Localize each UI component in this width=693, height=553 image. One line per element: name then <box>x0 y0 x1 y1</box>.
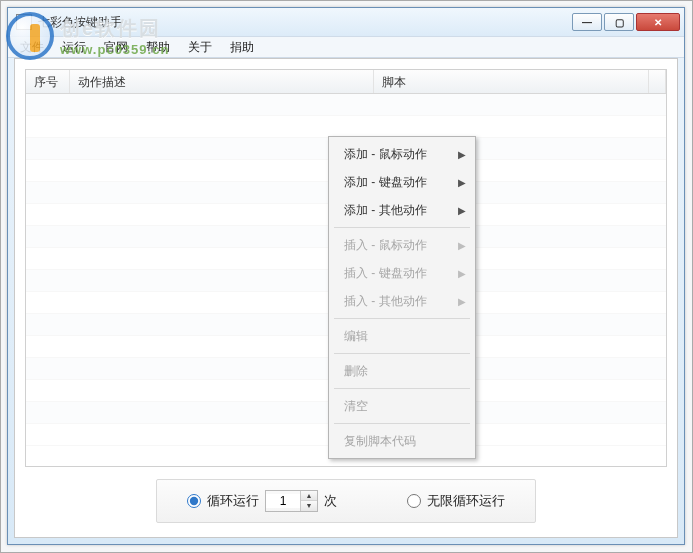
loop-count-radio[interactable] <box>187 494 201 508</box>
close-button[interactable]: ✕ <box>636 13 680 31</box>
ctx-separator <box>334 353 470 354</box>
app-icon <box>16 14 32 30</box>
ctx-insert-keyboard: 插入 - 键盘动作▶ <box>332 259 472 287</box>
minimize-icon: — <box>582 17 592 28</box>
window-controls: — ▢ ✕ <box>572 13 680 31</box>
ctx-delete: 删除 <box>332 357 472 385</box>
table-row[interactable] <box>26 116 666 138</box>
menu-donate[interactable]: 捐助 <box>222 37 262 58</box>
window-title: 七彩色按键助手 <box>38 14 572 31</box>
chevron-right-icon: ▶ <box>458 268 466 279</box>
close-icon: ✕ <box>654 17 662 28</box>
app-window: 七彩色按键助手 — ▢ ✕ 文件 运行 官网 帮助 关于 捐助 序号 动作描述 … <box>7 7 685 545</box>
menu-run[interactable]: 运行 <box>54 37 94 58</box>
loop-panel: 循环运行 ▲ ▼ 次 无限循环运行 <box>156 479 536 523</box>
loop-count-input[interactable] <box>266 494 300 508</box>
ctx-edit: 编辑 <box>332 322 472 350</box>
menu-file[interactable]: 文件 <box>12 37 52 58</box>
maximize-icon: ▢ <box>615 17 624 28</box>
column-header-spacer <box>649 70 666 93</box>
titlebar[interactable]: 七彩色按键助手 — ▢ ✕ <box>8 8 684 36</box>
chevron-right-icon: ▶ <box>458 205 466 216</box>
column-header-desc[interactable]: 动作描述 <box>70 70 374 93</box>
ctx-separator <box>334 423 470 424</box>
maximize-button[interactable]: ▢ <box>604 13 634 31</box>
loop-count-label: 循环运行 <box>207 492 259 510</box>
table-header: 序号 动作描述 脚本 <box>26 70 666 94</box>
loop-count-unit: 次 <box>324 492 337 510</box>
chevron-right-icon: ▶ <box>458 296 466 307</box>
ctx-add-mouse[interactable]: 添加 - 鼠标动作▶ <box>332 140 472 168</box>
menubar: 文件 运行 官网 帮助 关于 捐助 <box>8 36 684 58</box>
ctx-separator <box>334 388 470 389</box>
footer-controls: 循环运行 ▲ ▼ 次 无限循环运行 <box>15 479 677 523</box>
menu-website[interactable]: 官网 <box>96 37 136 58</box>
loop-infinite-label: 无限循环运行 <box>427 492 505 510</box>
loop-count-option[interactable]: 循环运行 ▲ ▼ 次 <box>187 490 337 512</box>
ctx-clear: 清空 <box>332 392 472 420</box>
ctx-separator <box>334 227 470 228</box>
context-menu: 添加 - 鼠标动作▶ 添加 - 键盘动作▶ 添加 - 其他动作▶ 插入 - 鼠标… <box>328 136 476 459</box>
ctx-add-other[interactable]: 添加 - 其他动作▶ <box>332 196 472 224</box>
loop-count-spinner[interactable]: ▲ ▼ <box>265 490 318 512</box>
ctx-insert-mouse: 插入 - 鼠标动作▶ <box>332 231 472 259</box>
menu-about[interactable]: 关于 <box>180 37 220 58</box>
chevron-right-icon: ▶ <box>458 177 466 188</box>
ctx-insert-other: 插入 - 其他动作▶ <box>332 287 472 315</box>
ctx-copy-script: 复制脚本代码 <box>332 427 472 455</box>
table-row[interactable] <box>26 94 666 116</box>
spinner-up-button[interactable]: ▲ <box>301 491 317 501</box>
spinner-down-button[interactable]: ▼ <box>301 501 317 511</box>
chevron-right-icon: ▶ <box>458 149 466 160</box>
chevron-right-icon: ▶ <box>458 240 466 251</box>
loop-infinite-radio[interactable] <box>407 494 421 508</box>
column-header-script[interactable]: 脚本 <box>374 70 649 93</box>
loop-infinite-option[interactable]: 无限循环运行 <box>407 492 505 510</box>
menu-help[interactable]: 帮助 <box>138 37 178 58</box>
minimize-button[interactable]: — <box>572 13 602 31</box>
ctx-separator <box>334 318 470 319</box>
ctx-add-keyboard[interactable]: 添加 - 键盘动作▶ <box>332 168 472 196</box>
column-header-seq[interactable]: 序号 <box>26 70 70 93</box>
